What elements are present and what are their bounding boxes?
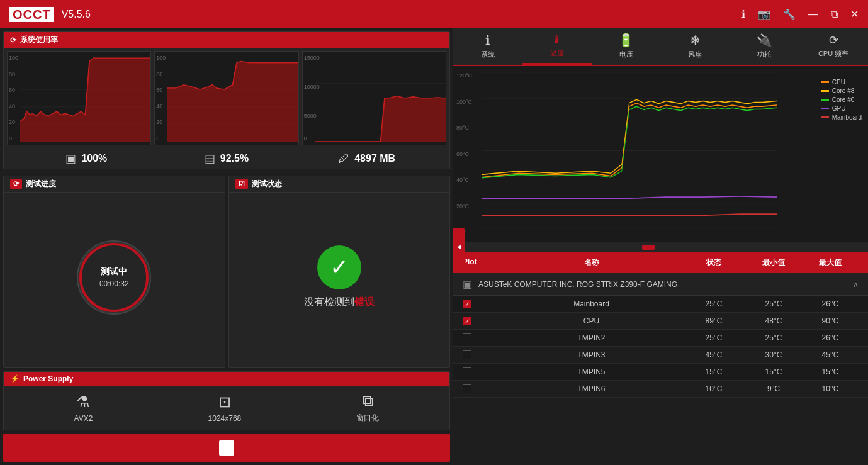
name-tmpin5: TMPIN5 — [500, 367, 682, 376]
avx2-label: AVX2 — [74, 414, 93, 423]
power-supply-icon: ⚡ — [10, 374, 20, 383]
status-tmpin5: 15°C — [682, 367, 745, 376]
col-name-header: 名称 — [500, 257, 682, 268]
tab-cpu-freq[interactable]: ⟳ CPU 频率 — [799, 28, 868, 65]
mem-stat-icon: ▤ — [205, 152, 215, 165]
checkbox-mainboard-input[interactable] — [463, 300, 471, 308]
window-option[interactable]: ⧉ 窗口化 — [356, 392, 379, 423]
power-supply-header: ⚡ Power Supply — [4, 372, 449, 386]
resolution-icon: ⊡ — [218, 393, 231, 411]
tab-voltage[interactable]: 🔋 电压 — [592, 28, 661, 65]
stop-button[interactable] — [3, 434, 450, 462]
toggle-label: ◀ — [456, 244, 462, 250]
table-row-tmpin2: TMPIN2 25°C 25°C 26°C — [453, 330, 868, 347]
circular-progress: 测试中 00:00:32 — [79, 243, 149, 312]
mem-y-labels: 100806040200 — [155, 55, 167, 142]
status-content: ✓ 没有检测到错误 — [229, 193, 450, 362]
checkbox-tmpin2-input[interactable] — [463, 333, 471, 342]
min-tmpin6: 9°C — [745, 384, 802, 393]
max-tmpin2: 26°C — [802, 333, 859, 342]
table-row-mainboard: Mainboard 25°C 25°C 26°C — [453, 296, 868, 313]
title-bar-left: OCCT V5.5.6 — [9, 6, 91, 23]
temperature-chart: 120°C 100°C 80°C 60°C 40°C 20°C 0°C — [453, 66, 868, 242]
resolution-label: 1024x768 — [208, 414, 242, 423]
title-bar: OCCT V5.5.6 ℹ 📷 🔧 — ⧉ ✕ — [0, 0, 868, 28]
legend-core8-label: Core #8 — [832, 87, 855, 94]
status-text: 没有检测到错误 — [304, 296, 375, 309]
table-body: ▣ ASUSTeK COMPUTER INC. ROG STRIX Z390-F… — [453, 273, 868, 398]
camera-button[interactable]: 📷 — [758, 8, 770, 20]
horizontal-scrollbar[interactable] — [453, 242, 868, 252]
min-tmpin5: 15°C — [745, 367, 802, 376]
power-tab-label: 功耗 — [757, 50, 771, 59]
tab-power[interactable]: 🔌 功耗 — [730, 28, 799, 65]
status-text-highlight: 错误 — [354, 296, 375, 307]
legend-gpu-color — [821, 108, 829, 109]
scrollbar-thumb[interactable] — [642, 245, 655, 250]
legend-mainboard-color — [821, 116, 829, 118]
swap-chart: 150001000050000 — [302, 51, 446, 145]
system-usage-label: 系统使用率 — [20, 35, 58, 45]
progress-content: 测试中 00:00:32 — [4, 193, 225, 362]
mem-chart-area — [167, 55, 298, 142]
system-usage-section: ⟳ 系统使用率 100806040200 — [3, 31, 450, 169]
avx2-option[interactable]: ⚗ AVX2 — [74, 393, 93, 423]
temperature-tab-label: 温度 — [550, 48, 564, 58]
app-version: V5.5.6 — [62, 9, 91, 20]
svg-marker-18 — [315, 96, 446, 142]
table-row-cpu: CPU 89°C 48°C 90°C — [453, 313, 868, 330]
app-logo: OCCT — [9, 6, 54, 23]
resolution-option[interactable]: ⊡ 1024x768 — [208, 393, 242, 423]
cpu-chart-area — [20, 55, 150, 142]
progress-label: 测试中 — [101, 266, 127, 277]
swap-chart-area — [315, 55, 446, 142]
tab-system[interactable]: ℹ 系统 — [453, 28, 522, 65]
system-tab-icon: ℹ — [485, 33, 490, 48]
checkbox-cpu — [463, 317, 500, 325]
close-button[interactable]: ✕ — [850, 8, 859, 20]
info-button[interactable]: ℹ — [741, 8, 745, 20]
name-tmpin6: TMPIN6 — [500, 384, 682, 393]
main-container: ⟳ 系统使用率 100806040200 — [0, 28, 868, 465]
min-tmpin3: 30°C — [745, 350, 802, 359]
left-panel: ⟳ 系统使用率 100806040200 — [0, 28, 453, 465]
legend-cpu-color — [821, 81, 829, 83]
name-tmpin3: TMPIN3 — [500, 350, 682, 359]
minimize-button[interactable]: — — [808, 9, 818, 20]
max-cpu: 90°C — [802, 317, 859, 325]
tab-temperature[interactable]: 🌡 温度 — [522, 28, 592, 65]
cpu-stat-icon: ▣ — [65, 152, 76, 165]
cpu-y-labels: 100806040200 — [8, 55, 20, 142]
swap-stat: 🖊 4897 MB — [296, 152, 437, 165]
legend-gpu-label: GPU — [832, 105, 846, 112]
checkbox-tmpin3-input[interactable] — [463, 350, 471, 359]
status-tmpin3: 45°C — [682, 350, 745, 359]
restore-button[interactable]: ⧉ — [831, 9, 838, 20]
col-plot-header: Plot — [463, 257, 500, 268]
progress-icon: ⟳ — [10, 179, 22, 189]
legend-core0: Core #0 — [821, 96, 862, 103]
progress-time: 00:00:32 — [99, 279, 129, 288]
mem-stat: ▤ 92.5% — [157, 152, 297, 165]
charts-row: 100806040200 — [4, 48, 449, 148]
test-progress-header: ⟳ 测试进度 — [4, 176, 225, 193]
max-tmpin6: 10°C — [802, 384, 859, 393]
checkbox-tmpin6-input[interactable] — [463, 384, 471, 393]
legend-mainboard: Mainboard — [821, 114, 862, 121]
tab-fan[interactable]: ❄ 风扇 — [660, 28, 730, 65]
checkbox-cpu-input[interactable] — [463, 317, 471, 325]
voltage-tab-label: 电压 — [619, 50, 633, 59]
table-row-tmpin6: TMPIN6 10°C 9°C 10°C — [453, 381, 868, 398]
group-collapse-icon[interactable]: ∧ — [853, 280, 859, 289]
min-mainboard: 25°C — [745, 300, 802, 308]
cpu-percent-value: 100% — [81, 153, 107, 164]
system-usage-icon: ⟳ — [10, 36, 16, 45]
data-table: Plot 名称 状态 最小值 最大值 ▣ ASUSTeK COMPUTER IN… — [453, 252, 868, 465]
temperature-tab-icon: 🌡 — [551, 33, 563, 47]
settings-button[interactable]: 🔧 — [783, 8, 796, 20]
checkbox-tmpin5-input[interactable] — [463, 367, 471, 376]
status-icon: ☑ — [235, 179, 248, 189]
table-row-tmpin3: TMPIN3 45°C 30°C 45°C — [453, 347, 868, 364]
sidebar-toggle[interactable]: ◀ — [453, 228, 465, 266]
group-header-asustek[interactable]: ▣ ASUSTeK COMPUTER INC. ROG STRIX Z390-F… — [453, 273, 868, 296]
